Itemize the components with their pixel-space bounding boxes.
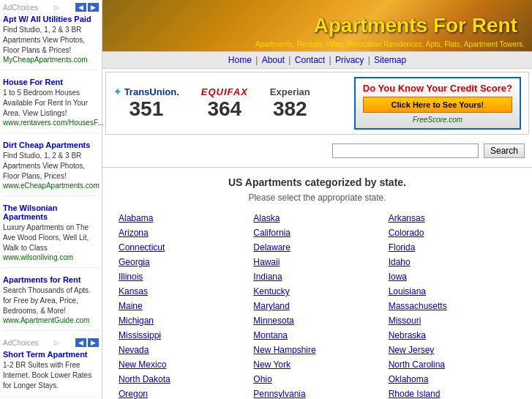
state-link[interactable]: Louisiana bbox=[389, 286, 426, 297]
state-link[interactable]: New York bbox=[253, 359, 291, 370]
sidebar-ad-2-title[interactable]: House For Rent bbox=[3, 78, 63, 86]
credit-logos: ✦ TransUnion. 351 EQUIFAX 364 Experian 3… bbox=[113, 86, 354, 121]
sidebar-ad-6: Short Term Apartment 1-2 BR Suites with … bbox=[3, 350, 99, 398]
sidebar-ad-3-link[interactable]: www.eCheapApartments.com bbox=[3, 182, 99, 190]
state-link[interactable]: Kansas bbox=[119, 286, 148, 297]
state-link[interactable]: Arizona bbox=[119, 228, 149, 238]
state-cell: Michigan bbox=[116, 314, 249, 327]
divider-1 bbox=[102, 167, 532, 168]
state-cell: Rhode Island bbox=[386, 387, 519, 399]
state-cell: Nevada bbox=[116, 343, 249, 357]
states-table: AlabamaAlaskaArkansasArizonaCaliforniaCo… bbox=[114, 210, 520, 399]
search-button[interactable]: Search bbox=[484, 143, 525, 158]
state-link[interactable]: Alabama bbox=[119, 213, 153, 223]
state-link[interactable]: Indiana bbox=[253, 272, 282, 282]
sidebar-ad-1-title[interactable]: Apt W/ All Utilities Paid bbox=[3, 15, 91, 23]
state-link[interactable]: New Mexico bbox=[119, 359, 166, 370]
sidebar-prev-btn[interactable]: ◀ bbox=[75, 3, 86, 12]
sidebar-ad-5-title[interactable]: Apartments for Rent bbox=[3, 275, 80, 284]
state-link[interactable]: Pennsylvania bbox=[253, 389, 305, 399]
nav-about[interactable]: About bbox=[262, 55, 285, 65]
sidebar-ad-3-text: Find Studio, 1, 2 & 3 BR Apartments View… bbox=[3, 151, 99, 182]
state-cell: North Dakota bbox=[116, 373, 249, 386]
sidebar-next-btn[interactable]: ▶ bbox=[88, 3, 99, 12]
state-link[interactable]: Kentucky bbox=[253, 286, 289, 297]
sidebar-ad-4-title[interactable]: The Wilsonian Apartments bbox=[3, 204, 57, 221]
state-cell: Nebraska bbox=[386, 329, 519, 342]
credit-cta-button[interactable]: Click Here to See Yours! bbox=[363, 97, 512, 113]
state-row: MaineMarylandMassachusetts bbox=[116, 299, 519, 313]
state-link[interactable]: Arkansas bbox=[389, 213, 425, 223]
sidebar-ad-1-text: Find Studio, 1, 2 & 3 BR Apartments View… bbox=[3, 25, 99, 56]
state-cell: Alabama bbox=[116, 212, 249, 225]
state-link[interactable]: New Jersey bbox=[389, 345, 435, 355]
state-cell: New Jersey bbox=[386, 343, 519, 357]
sidebar-ad-6-title[interactable]: Short Term Apartment bbox=[3, 350, 88, 359]
state-link[interactable]: California bbox=[253, 228, 291, 238]
state-link[interactable]: Delaware bbox=[253, 242, 291, 253]
state-link[interactable]: Ohio bbox=[253, 374, 271, 384]
adchoices-text-2: AdChoices bbox=[3, 339, 38, 347]
main-content: Apartments For Rent Apartments, Rentals,… bbox=[102, 0, 532, 399]
search-area: Search bbox=[102, 138, 532, 164]
nav-privacy[interactable]: Privacy bbox=[335, 55, 364, 65]
state-link[interactable]: Oklahoma bbox=[389, 374, 429, 384]
credit-equifax: EQUIFAX 364 bbox=[201, 86, 248, 121]
sidebar-prev-btn-2[interactable]: ◀ bbox=[75, 338, 86, 347]
sidebar-next-btn-2[interactable]: ▶ bbox=[88, 338, 99, 347]
sidebar-ad-4-text: Luxury Apartments on The Ave Wood Floors… bbox=[3, 223, 99, 253]
state-link[interactable]: North Dakota bbox=[119, 374, 171, 384]
header-subtitle: Apartments, Rentals, Villas, Relocation … bbox=[255, 40, 525, 48]
state-link[interactable]: Nevada bbox=[119, 345, 149, 355]
state-link[interactable]: Mississippi bbox=[119, 330, 161, 340]
freescore-label: FreeScore.com bbox=[363, 116, 512, 124]
state-cell: Maine bbox=[116, 299, 249, 313]
state-cell: Florida bbox=[386, 241, 519, 254]
state-link[interactable]: Maryland bbox=[253, 301, 289, 311]
state-link[interactable]: Iowa bbox=[389, 272, 407, 282]
state-link[interactable]: Florida bbox=[389, 242, 416, 253]
state-link[interactable]: Connecticut bbox=[119, 242, 165, 253]
state-cell: Georgia bbox=[116, 256, 249, 269]
state-cell: Colorado bbox=[386, 226, 519, 239]
state-link[interactable]: Alaska bbox=[253, 213, 280, 223]
credit-experian: Experian 382 bbox=[270, 86, 310, 121]
state-cell: Maryland bbox=[250, 299, 383, 313]
states-subtitle: Please select the appropriate state. bbox=[114, 193, 520, 203]
sidebar-ad-4-link[interactable]: www.wilsonliving.com bbox=[3, 253, 99, 261]
state-link[interactable]: Nebraska bbox=[389, 330, 426, 340]
state-link[interactable]: Idaho bbox=[389, 257, 411, 267]
state-link[interactable]: Georgia bbox=[119, 257, 150, 267]
state-row: North DakotaOhioOklahoma bbox=[116, 373, 519, 386]
search-input[interactable] bbox=[332, 143, 479, 158]
state-link[interactable]: Maine bbox=[119, 301, 143, 311]
state-link[interactable]: Minnesota bbox=[253, 316, 293, 326]
nav-sitemap[interactable]: Sitemap bbox=[374, 55, 406, 65]
state-link[interactable]: Rhode Island bbox=[389, 389, 441, 399]
state-link[interactable]: Colorado bbox=[389, 228, 424, 238]
state-link[interactable]: Oregon bbox=[119, 389, 148, 399]
state-cell: Louisiana bbox=[386, 285, 519, 298]
sidebar-ad-3-title[interactable]: Dirt Cheap Apartments bbox=[3, 141, 90, 149]
state-link[interactable]: North Carolina bbox=[389, 359, 445, 370]
state-row: IllinoisIndianaIowa bbox=[116, 270, 519, 283]
state-row: ConnecticutDelawareFlorida bbox=[116, 241, 519, 254]
sidebar-ad-2-link[interactable]: www.rentavers.com/HousesF... bbox=[3, 119, 99, 127]
nav-contact[interactable]: Contact bbox=[295, 55, 325, 65]
sidebar-ad-5-link[interactable]: www.ApartmentGuide.com bbox=[3, 316, 99, 324]
state-link[interactable]: Michigan bbox=[119, 316, 154, 326]
state-link[interactable]: Massachusetts bbox=[389, 301, 447, 311]
state-link[interactable]: Illinois bbox=[119, 272, 143, 282]
sidebar-ad-1-link[interactable]: MyCheapApartments.com bbox=[3, 56, 99, 64]
state-cell: Iowa bbox=[386, 270, 519, 283]
state-cell: Minnesota bbox=[250, 314, 383, 327]
states-section: US Apartments categorized by state. Plea… bbox=[102, 171, 532, 399]
state-link[interactable]: Hawaii bbox=[253, 257, 280, 267]
nav-home[interactable]: Home bbox=[228, 55, 252, 65]
state-link[interactable]: Montana bbox=[253, 330, 288, 340]
credit-banner: ✦ TransUnion. 351 EQUIFAX 364 Experian 3… bbox=[105, 72, 529, 135]
state-cell: Arkansas bbox=[386, 212, 519, 225]
state-link[interactable]: New Hampshire bbox=[253, 345, 315, 355]
state-cell: Kansas bbox=[116, 285, 249, 298]
state-link[interactable]: Missouri bbox=[389, 316, 422, 326]
